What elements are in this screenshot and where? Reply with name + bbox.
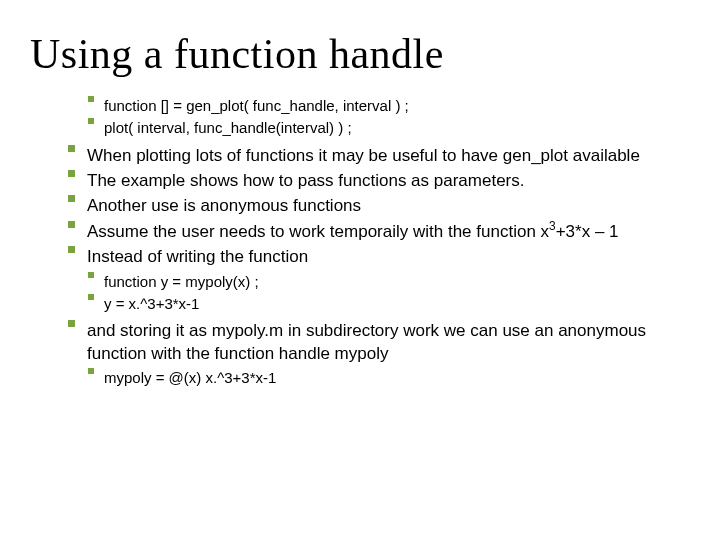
body-text-part: +3*x – 1 <box>556 222 619 241</box>
code-text: mypoly = @(x) x.^3+3*x-1 <box>104 368 690 388</box>
slide: Using a function handle function [] = ge… <box>0 0 720 540</box>
body-list: When plotting lots of functions it may b… <box>30 145 690 269</box>
body-text: When plotting lots of functions it may b… <box>87 145 690 167</box>
bullet-icon <box>68 246 75 253</box>
code-line: plot( interval, func_handle(interval) ) … <box>88 118 690 138</box>
body-item: and storing it as mypoly.m in subdirecto… <box>68 320 690 365</box>
bullet-icon <box>68 195 75 202</box>
code-text: function [] = gen_plot( func_handle, int… <box>104 96 690 116</box>
body-item: When plotting lots of functions it may b… <box>68 145 690 167</box>
bullet-icon <box>68 320 75 327</box>
bullet-icon <box>68 221 75 228</box>
body-list-2: and storing it as mypoly.m in subdirecto… <box>30 320 690 365</box>
bullet-icon <box>68 145 75 152</box>
body-text: and storing it as mypoly.m in subdirecto… <box>87 320 690 365</box>
superscript: 3 <box>549 219 556 233</box>
code-text: y = x.^3+3*x-1 <box>104 294 690 314</box>
body-text: The example shows how to pass functions … <box>87 170 690 192</box>
body-item: The example shows how to pass functions … <box>68 170 690 192</box>
code-block-c: mypoly = @(x) x.^3+3*x-1 <box>30 368 690 388</box>
body-text: Instead of writing the function <box>87 246 690 268</box>
bullet-icon <box>88 368 94 374</box>
body-item: Instead of writing the function <box>68 246 690 268</box>
body-text: Assume the user needs to work temporaily… <box>87 221 690 243</box>
code-text: plot( interval, func_handle(interval) ) … <box>104 118 690 138</box>
bullet-icon <box>88 272 94 278</box>
code-line: y = x.^3+3*x-1 <box>88 294 690 314</box>
body-text: Another use is anonymous functions <box>87 195 690 217</box>
bullet-icon <box>88 96 94 102</box>
code-block-a: function [] = gen_plot( func_handle, int… <box>30 96 690 139</box>
bullet-icon <box>88 294 94 300</box>
slide-title: Using a function handle <box>30 30 690 78</box>
code-line: function [] = gen_plot( func_handle, int… <box>88 96 690 116</box>
body-text-part: Assume the user needs to work temporaily… <box>87 222 549 241</box>
code-text: function y = mypoly(x) ; <box>104 272 690 292</box>
code-line: mypoly = @(x) x.^3+3*x-1 <box>88 368 690 388</box>
code-block-b: function y = mypoly(x) ; y = x.^3+3*x-1 <box>30 272 690 315</box>
body-item: Assume the user needs to work temporaily… <box>68 221 690 243</box>
code-line: function y = mypoly(x) ; <box>88 272 690 292</box>
bullet-icon <box>88 118 94 124</box>
bullet-icon <box>68 170 75 177</box>
body-item: Another use is anonymous functions <box>68 195 690 217</box>
